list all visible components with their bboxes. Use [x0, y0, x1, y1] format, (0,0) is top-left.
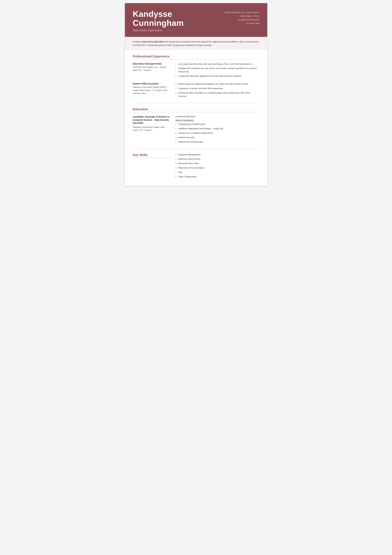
- list-item: SQL: [176, 171, 259, 174]
- education-right: | expected May 2024 Select Coursework: C…: [176, 115, 259, 145]
- education-section: Education Candidate: Associate of Scienc…: [133, 107, 259, 145]
- experience-section-title: Professional Experience: [133, 55, 259, 59]
- list-item: Efficiency Improvement: [176, 157, 259, 161]
- resume-document: Kandysse Cunningham Data Entry Specialis…: [125, 3, 267, 186]
- job-1-left: Data Entry Clerk (part-time) GSPANN Tech…: [133, 63, 171, 79]
- address-line2: United States, 75071: [225, 15, 259, 18]
- list-item: Collaborate with other departments to he…: [176, 74, 259, 78]
- list-item: Network Security: [176, 136, 259, 139]
- divider-1: [133, 103, 259, 103]
- main-content: Professional Experience Data Entry Clerk…: [125, 55, 267, 186]
- skills-row: Key Skills Database Management Efficienc…: [133, 153, 259, 180]
- job-2-company: Gateway Community College GREAT Center, …: [133, 86, 171, 95]
- job-1-bullets: Accurately and efficiently enter data in…: [176, 63, 259, 79]
- education-expected: | expected May 2024: [176, 115, 259, 118]
- address-line1: 4759 Sunnydale Lane, Plano, Texas,: [225, 11, 259, 15]
- candidate-title: Data Entry Specialist: [133, 29, 225, 32]
- list-item: Introduction to Software Applications: [176, 131, 259, 135]
- candidate-name: Kandysse Cunningham: [133, 9, 225, 28]
- list-item: Cryptography Fundamentals: [176, 123, 259, 126]
- skills-section-title: Key Skills: [133, 153, 171, 158]
- list-item: Engage with customers by chat, phone, an…: [176, 67, 259, 73]
- list-item: Database Applications and Design – Using…: [176, 127, 259, 130]
- job-1-company: GSPANN Technologies, Inc., remote | Apri…: [133, 66, 171, 72]
- job-2-left: Student Office Assistant Gateway Communi…: [133, 82, 171, 99]
- skills-list: Database Management Efficiency Improveme…: [176, 153, 259, 180]
- header-left: Kandysse Cunningham Data Entry Specialis…: [133, 9, 225, 32]
- list-item: Entered data into department database fo…: [176, 82, 259, 86]
- list-item: Database Management: [176, 153, 259, 156]
- job-2-title: Student Office Assistant: [133, 82, 171, 85]
- header-section: Kandysse Cunningham Data Entry Specialis…: [125, 3, 267, 37]
- education-left: Candidate: Associate of Science in Compu…: [133, 115, 171, 145]
- list-item: Team Collaboration: [176, 175, 259, 178]
- education-school: Gateway Community College, New Haven, CT…: [133, 126, 171, 132]
- email: email@youremail.com: [225, 18, 259, 22]
- job-row-1: Data Entry Clerk (part-time) GSPANN Tech…: [133, 63, 259, 79]
- list-item: Reporting & Documentation: [176, 166, 259, 170]
- coursework-label: Select Coursework:: [176, 119, 259, 121]
- education-degree: Candidate: Associate of Science in Compu…: [133, 115, 171, 125]
- summary-section: Analytical Data Entry Specialist with st…: [125, 37, 267, 50]
- job-1-title: Data Entry Clerk (part-time): [133, 63, 171, 65]
- list-item: Microsoft Office Suite: [176, 162, 259, 165]
- list-item: Organized, scanned, and filed office pap…: [176, 87, 259, 90]
- phone: 123-456-7890: [225, 22, 259, 25]
- skills-left: Key Skills: [133, 153, 171, 180]
- skills-section: Key Skills Database Management Efficienc…: [133, 153, 259, 180]
- education-row: Candidate: Associate of Science in Compu…: [133, 115, 259, 145]
- education-section-title: Education: [133, 107, 259, 112]
- list-item: Praised by office manager for completing…: [176, 91, 259, 98]
- header-contact: 4759 Sunnydale Lane, Plano, Texas, Unite…: [225, 9, 259, 25]
- summary-prefix: Analytical: [133, 41, 143, 43]
- job-2-bullets: Entered data into department database fo…: [176, 82, 259, 99]
- experience-section: Professional Experience Data Entry Clerk…: [133, 55, 259, 99]
- list-item: Networking Fundamentals: [176, 140, 259, 144]
- job-row-2: Student Office Assistant Gateway Communi…: [133, 82, 259, 99]
- summary-bold: Data Entry Specialist: [143, 41, 164, 43]
- list-item: Accurately and efficiently enter data in…: [176, 63, 259, 66]
